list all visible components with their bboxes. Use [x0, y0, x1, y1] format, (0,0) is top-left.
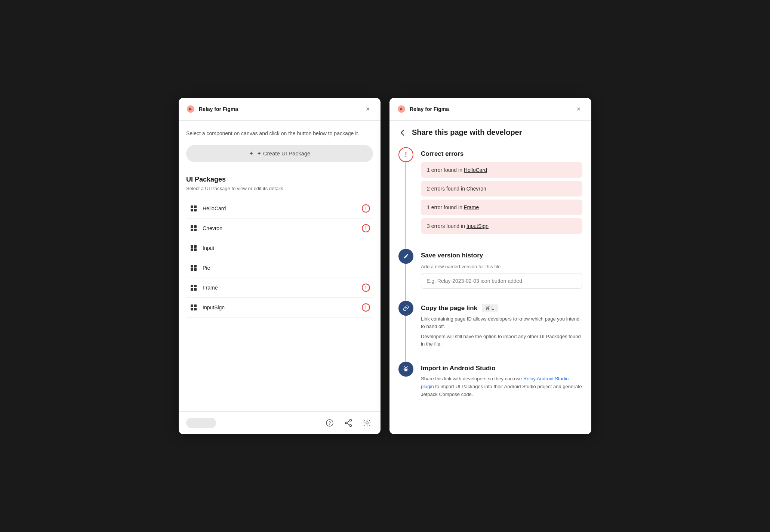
svg-rect-10: [194, 245, 197, 248]
copy-link-row: Copy the page link ⌘ L: [421, 301, 582, 312]
error-card-hellocard[interactable]: 1 error found in HelloCard: [421, 162, 582, 178]
svg-rect-7: [191, 229, 193, 231]
error-link-frame[interactable]: Frame: [464, 204, 479, 210]
version-title: Save version history: [421, 249, 582, 259]
left-close-button[interactable]: ×: [363, 104, 373, 114]
timeline-item-version: Save version history Add a new named ver…: [398, 249, 582, 301]
right-panel-title: Relay for Figma: [410, 106, 449, 112]
timeline-left-errors: !: [398, 147, 413, 249]
package-item-left: Chevron: [189, 224, 222, 233]
package-item-left: Input: [189, 244, 214, 253]
left-panel-header: Relay for Figma ×: [179, 98, 381, 121]
package-item-chevron[interactable]: Chevron !: [186, 219, 373, 238]
shortcut-text: ⌘ L: [485, 305, 494, 311]
copy-link-title: Copy the page link: [421, 304, 477, 312]
package-item-left: InputSign: [189, 303, 225, 312]
svg-rect-1: [191, 205, 193, 208]
chevron-error-icon: !: [362, 224, 370, 232]
svg-rect-2: [194, 205, 197, 208]
create-ui-package-button[interactable]: ✦ ✦ Create UI Package: [186, 145, 373, 162]
android-desc-before: Share this link with developers so they …: [421, 376, 523, 381]
error-text-hellocard: 1 error found in: [427, 167, 464, 173]
svg-line-30: [347, 421, 350, 423]
svg-rect-6: [194, 225, 197, 228]
right-panel: Relay for Figma × Share this page with d…: [389, 98, 591, 434]
relay-logo-icon-right: [397, 105, 406, 114]
shortcut-badge: ⌘ L: [482, 304, 498, 312]
package-name-input: Input: [203, 245, 214, 251]
svg-point-29: [350, 425, 352, 427]
copy-link-content: Copy the page link ⌘ L Link containing p…: [421, 301, 582, 362]
share-button[interactable]: [342, 417, 354, 429]
package-name-hellocard: HelloCard: [203, 205, 226, 211]
page-title: Share this page with developer: [412, 128, 522, 137]
version-input[interactable]: [421, 273, 582, 289]
timeline-item-copy-link: Copy the page link ⌘ L Link containing p…: [398, 301, 582, 362]
settings-button[interactable]: [361, 417, 373, 429]
link-circle-icon: [398, 301, 413, 316]
error-card-frame[interactable]: 1 error found in Frame: [421, 200, 582, 215]
error-text-frame: 1 error found in: [427, 204, 464, 210]
svg-rect-12: [194, 248, 197, 251]
package-icon-inputsign: [189, 303, 198, 312]
error-card-chevron[interactable]: 2 errors found in Chevron: [421, 181, 582, 197]
timeline-left-version: [398, 249, 413, 301]
help-icon: ?: [326, 419, 333, 427]
package-icon-pie: [189, 263, 198, 272]
svg-rect-14: [194, 265, 197, 267]
back-arrow-icon: [398, 129, 407, 137]
right-close-button[interactable]: ×: [573, 104, 584, 114]
error-card-inputsign[interactable]: 3 errors found in InputSign: [421, 218, 582, 234]
timeline-left-copy-link: [398, 301, 413, 362]
package-item-left: HelloCard: [189, 204, 226, 213]
error-link-hellocard[interactable]: HelloCard: [464, 167, 487, 173]
svg-rect-13: [191, 265, 193, 267]
timeline-line-red: [406, 162, 406, 249]
correct-errors-title: Correct errors: [421, 147, 582, 158]
package-icon-chevron: [189, 224, 198, 233]
svg-point-28: [345, 422, 347, 424]
timeline-line-blue-2: [406, 316, 406, 362]
svg-rect-17: [191, 285, 193, 287]
package-item-input[interactable]: Input: [186, 238, 373, 258]
svg-rect-9: [191, 245, 193, 248]
left-panel-body: Select a component on canvas and click o…: [179, 121, 381, 411]
svg-rect-36: [404, 370, 407, 371]
left-panel-title: Relay for Figma: [199, 106, 238, 112]
version-subtitle: Add a new named version for this file: [421, 264, 582, 269]
package-item-left: Pie: [189, 263, 210, 272]
package-icon-frame: [189, 283, 198, 292]
right-panel-body: Share this page with developer ! Correct…: [389, 121, 591, 434]
android-desc-after: to import UI Packages into their Android…: [421, 384, 582, 397]
package-item-left: Frame: [189, 283, 218, 292]
create-btn-icon: ✦: [249, 150, 254, 157]
svg-point-34: [405, 368, 406, 369]
package-item-hellocard[interactable]: HelloCard !: [186, 199, 373, 219]
timeline-left-android: [398, 362, 413, 410]
svg-rect-15: [191, 268, 193, 271]
package-name-pie: Pie: [203, 265, 210, 271]
package-item-pie[interactable]: Pie: [186, 258, 373, 278]
android-content: Import in Android Studio Share this link…: [421, 362, 582, 410]
copy-desc-1: Link containing page ID allows developer…: [421, 315, 582, 330]
svg-rect-8: [194, 229, 197, 231]
error-text-inputsign: 3 errors found in: [427, 223, 466, 229]
svg-rect-3: [191, 209, 193, 211]
svg-rect-19: [191, 288, 193, 291]
android-circle-icon: [398, 362, 413, 377]
error-link-inputsign[interactable]: InputSign: [466, 223, 489, 229]
error-link-chevron[interactable]: Chevron: [466, 186, 486, 192]
relay-logo-icon: [186, 105, 195, 114]
timeline-line-blue-1: [406, 264, 406, 301]
help-button[interactable]: ?: [324, 417, 336, 429]
pencil-icon: [403, 253, 409, 260]
version-content: Save version history Add a new named ver…: [421, 249, 582, 301]
back-button[interactable]: [398, 129, 407, 137]
hellocard-error-icon: !: [362, 204, 370, 213]
svg-rect-21: [191, 304, 193, 307]
footer-icons: ?: [324, 417, 373, 429]
package-item-frame[interactable]: Frame !: [186, 278, 373, 298]
svg-rect-5: [191, 225, 193, 228]
svg-rect-18: [194, 285, 197, 287]
package-item-inputsign[interactable]: InputSign !: [186, 298, 373, 318]
